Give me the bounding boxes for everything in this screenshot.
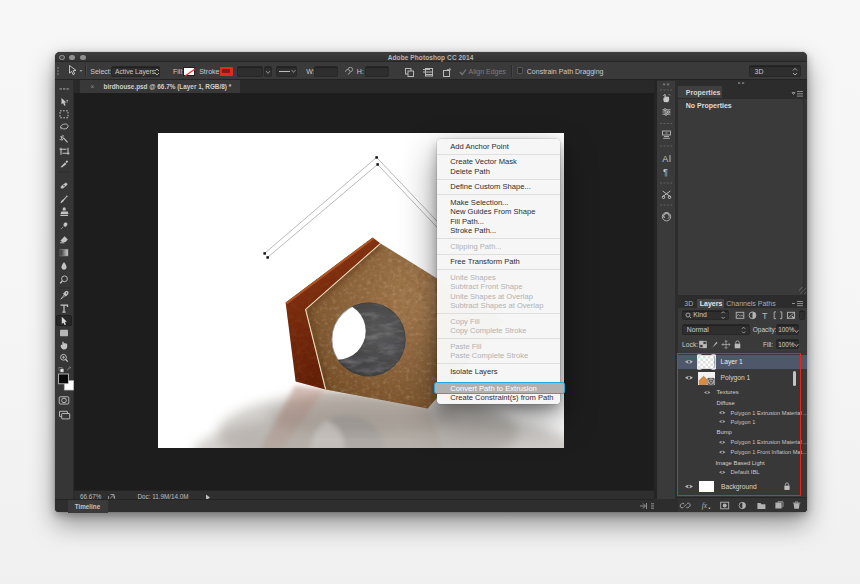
svg-text:A: A: [662, 154, 668, 164]
svg-text:fx: fx: [701, 501, 707, 510]
svg-text:T: T: [762, 310, 768, 320]
svg-text:¶: ¶: [663, 167, 668, 177]
